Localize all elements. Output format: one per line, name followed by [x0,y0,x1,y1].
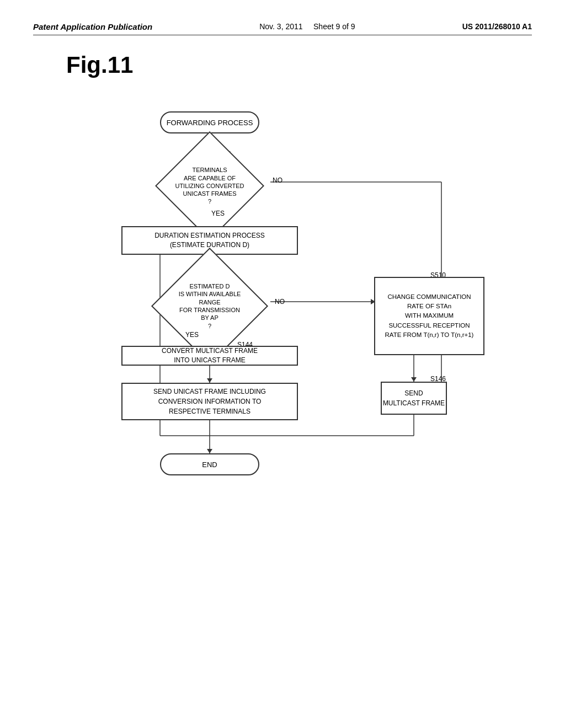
process5: SENDMULTICAST FRAME [381,382,447,415]
svg-marker-21 [411,377,417,382]
patent-number: US 2011/268010 A1 [462,22,532,31]
decision2-wrapper: ESTIMATED DIS WITHIN AVAILABLE RANGEFOR … [143,276,276,336]
svg-marker-13 [207,378,212,383]
no1-label: NO [273,176,282,184]
decision1-wrapper: TERMINALSARE CAPABLE OFUTILIZING CONVERT… [149,156,270,216]
header-center: Nov. 3, 2011 Sheet 9 of 9 [259,22,355,31]
publication-title: Patent Application Publication [33,22,152,31]
end-terminal: END [160,453,259,475]
date: Nov. 3, 2011 [259,22,302,31]
process5-text: SENDMULTICAST FRAME [383,388,445,408]
svg-marker-25 [207,449,212,453]
start-terminal: FORWARDING PROCESS [160,111,259,133]
start-label: FORWARDING PROCESS [167,119,253,127]
sheet: Sheet 9 of 9 [313,22,355,31]
yes2-label: YES [185,331,199,339]
decision2-text: ESTIMATED DIS WITHIN AVAILABLE RANGEFOR … [171,282,248,330]
decision1-text: TERMINALSARE CAPABLE OFUTILIZING CONVERT… [175,166,244,205]
process3: SEND UNICAST FRAME INCLUDINGCONVERSION I… [121,383,298,420]
process4: CHANGE COMMUNICATIONRATE OF STAnWITH MAX… [374,277,484,355]
page: Patent Application Publication Nov. 3, 2… [0,0,565,728]
process2-text: CONVERT MULTICAST FRAMEINTO UNICAST FRAM… [162,346,258,365]
figure-title: Fig.11 [66,52,532,78]
diagram: FORWARDING PROCESS S141 TERMINALSARE CAP… [66,100,532,608]
end-label: END [202,461,217,469]
process4-text: CHANGE COMMUNICATIONRATE OF STAnWITH MAX… [385,292,474,340]
process2: CONVERT MULTICAST FRAMEINTO UNICAST FRAM… [121,346,298,366]
no2-label: NO [275,298,285,306]
yes1-label: YES [211,210,225,217]
process3-text: SEND UNICAST FRAME INCLUDINGCONVERSION I… [153,387,266,416]
process1-text: DURATION ESTIMATION PROCESS(ESTIMATE DUR… [154,231,265,250]
flowchart: FORWARDING PROCESS S141 TERMINALSARE CAP… [66,100,519,608]
header: Patent Application Publication Nov. 3, 2… [33,22,532,35]
